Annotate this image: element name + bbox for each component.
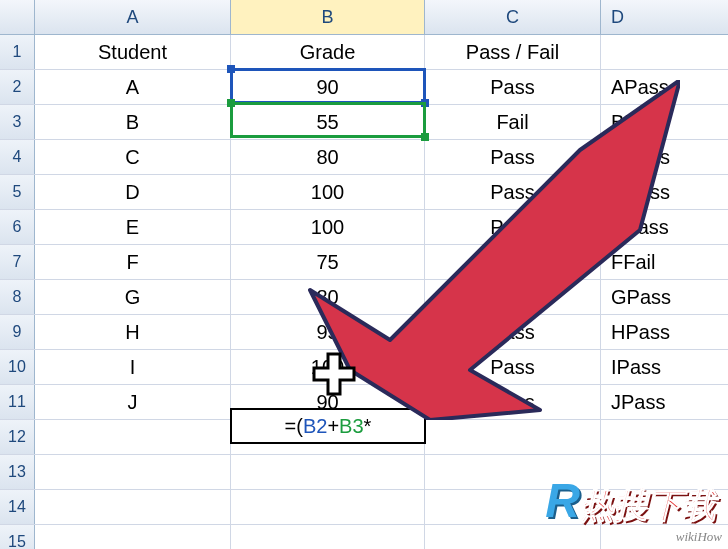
cell-B5[interactable]: 100	[231, 175, 425, 209]
row-header[interactable]: 11	[0, 385, 35, 419]
site-logo: R热搜下载	[545, 473, 716, 529]
cell-A2[interactable]: A	[35, 70, 231, 104]
spreadsheet-grid[interactable]: A B C D 1 Student Grade Pass / Fail 2 A …	[0, 0, 728, 549]
cell-C12[interactable]	[425, 420, 601, 454]
cell-B13[interactable]	[231, 455, 425, 489]
formula-ref-B3: B3	[339, 415, 363, 438]
cell-C1[interactable]: Pass / Fail	[425, 35, 601, 69]
formula-text: +	[327, 415, 339, 438]
row-header[interactable]: 5	[0, 175, 35, 209]
row-header[interactable]: 13	[0, 455, 35, 489]
row-7[interactable]: 7 F 75 Fail FFail	[0, 245, 728, 280]
cell-A8[interactable]: G	[35, 280, 231, 314]
cell-C3[interactable]: Fail	[425, 105, 601, 139]
cell-D11[interactable]: JPass	[601, 385, 728, 419]
row-header[interactable]: 10	[0, 350, 35, 384]
formula-text: =(	[285, 415, 303, 438]
cell-D4[interactable]: CPass	[601, 140, 728, 174]
cell-C4[interactable]: Pass	[425, 140, 601, 174]
cell-B9[interactable]: 95	[231, 315, 425, 349]
column-header-C[interactable]: C	[425, 0, 601, 34]
row-9[interactable]: 9 H 95 Pass HPass	[0, 315, 728, 350]
cell-C9[interactable]: Pass	[425, 315, 601, 349]
cell-A6[interactable]: E	[35, 210, 231, 244]
row-6[interactable]: 6 E 100 Pass EPass	[0, 210, 728, 245]
row-4[interactable]: 4 C 80 Pass CPass	[0, 140, 728, 175]
cell-A3[interactable]: B	[35, 105, 231, 139]
formula-text: *	[364, 415, 372, 438]
watermark: wikiHow	[676, 529, 722, 545]
cell-A1[interactable]: Student	[35, 35, 231, 69]
logo-text: 热搜下载	[580, 486, 716, 524]
cell-B3[interactable]: 55	[231, 105, 425, 139]
row-1[interactable]: 1 Student Grade Pass / Fail	[0, 35, 728, 70]
row-header[interactable]: 8	[0, 280, 35, 314]
cell-C6[interactable]: Pass	[425, 210, 601, 244]
cell-C11[interactable]: Pass	[425, 385, 601, 419]
row-8[interactable]: 8 G 80 Pass GPass	[0, 280, 728, 315]
row-10[interactable]: 10 I 100 Pass IPass	[0, 350, 728, 385]
row-header[interactable]: 15	[0, 525, 35, 549]
cell-A7[interactable]: F	[35, 245, 231, 279]
row-header[interactable]: 6	[0, 210, 35, 244]
column-header-row: A B C D	[0, 0, 728, 35]
row-header[interactable]: 3	[0, 105, 35, 139]
formula-ref-B2: B2	[303, 415, 327, 438]
cell-C10[interactable]: Pass	[425, 350, 601, 384]
cell-B15[interactable]	[231, 525, 425, 549]
row-header[interactable]: 12	[0, 420, 35, 454]
cell-D7[interactable]: FFail	[601, 245, 728, 279]
cell-A4[interactable]: C	[35, 140, 231, 174]
cell-A12[interactable]	[35, 420, 231, 454]
column-header-A[interactable]: A	[35, 0, 231, 34]
cell-B1[interactable]: Grade	[231, 35, 425, 69]
cell-D2[interactable]: APass	[601, 70, 728, 104]
column-header-B[interactable]: B	[231, 0, 425, 34]
cell-B10[interactable]: 100	[231, 350, 425, 384]
row-3[interactable]: 3 B 55 Fail BFail	[0, 105, 728, 140]
cell-C7[interactable]: Fail	[425, 245, 601, 279]
cell-A13[interactable]	[35, 455, 231, 489]
logo-letter: R	[545, 474, 580, 527]
cell-B6[interactable]: 100	[231, 210, 425, 244]
cell-A10[interactable]: I	[35, 350, 231, 384]
cell-B2[interactable]: 90	[231, 70, 425, 104]
column-header-D[interactable]: D	[601, 0, 728, 34]
cell-C2[interactable]: Pass	[425, 70, 601, 104]
cell-D6[interactable]: EPass	[601, 210, 728, 244]
row-header[interactable]: 7	[0, 245, 35, 279]
row-header[interactable]: 14	[0, 490, 35, 524]
cell-B7[interactable]: 75	[231, 245, 425, 279]
cell-D1[interactable]	[601, 35, 728, 69]
cell-D10[interactable]: IPass	[601, 350, 728, 384]
select-all-corner[interactable]	[0, 0, 35, 34]
cell-A11[interactable]: J	[35, 385, 231, 419]
cell-A5[interactable]: D	[35, 175, 231, 209]
cell-B14[interactable]	[231, 490, 425, 524]
cell-D12[interactable]	[601, 420, 728, 454]
cell-B4[interactable]: 80	[231, 140, 425, 174]
row-header[interactable]: 9	[0, 315, 35, 349]
cell-D9[interactable]: HPass	[601, 315, 728, 349]
row-5[interactable]: 5 D 100 Pass DPass	[0, 175, 728, 210]
cell-A14[interactable]	[35, 490, 231, 524]
cell-D5[interactable]: DPass	[601, 175, 728, 209]
cell-C5[interactable]: Pass	[425, 175, 601, 209]
cell-B8[interactable]: 80	[231, 280, 425, 314]
cell-D8[interactable]: GPass	[601, 280, 728, 314]
cell-A15[interactable]	[35, 525, 231, 549]
formula-edit-cell-B12[interactable]: =(B2+B3*	[230, 408, 426, 444]
cell-D3[interactable]: BFail	[601, 105, 728, 139]
row-header[interactable]: 2	[0, 70, 35, 104]
row-header[interactable]: 4	[0, 140, 35, 174]
row-header[interactable]: 1	[0, 35, 35, 69]
row-2[interactable]: 2 A 90 Pass APass	[0, 70, 728, 105]
cell-C8[interactable]: Pass	[425, 280, 601, 314]
cell-A9[interactable]: H	[35, 315, 231, 349]
